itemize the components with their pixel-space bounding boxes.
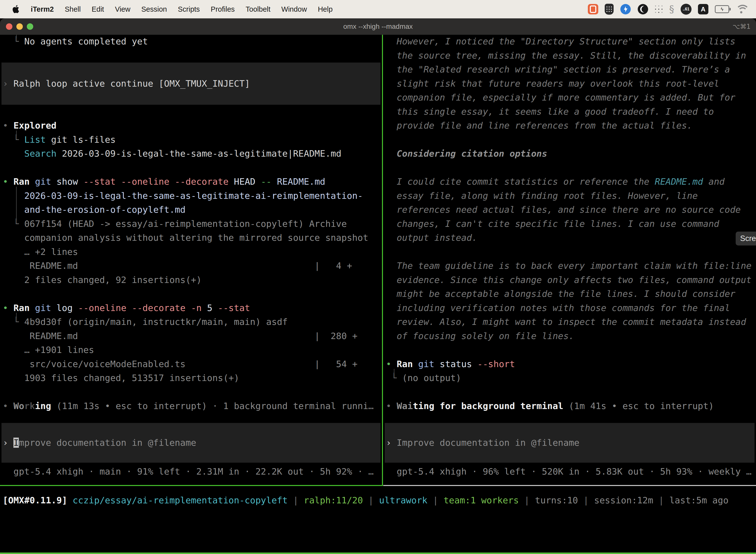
menu-item-edit[interactable]: Edit [91, 5, 104, 13]
text-segment: and [703, 176, 725, 187]
text-segment: including verification notes with those … [386, 303, 730, 313]
squiggle-icon[interactable]: § [669, 3, 674, 15]
terminal-line: └ 4b9d30f (origin/main, instructkr/main,… [3, 315, 382, 329]
battery-icon[interactable]: ϟ [715, 3, 729, 15]
menu-item-iterm2[interactable]: iTerm2 [31, 5, 54, 13]
terminal-line: provide file and line references from th… [386, 119, 756, 133]
menu-item-profiles[interactable]: Profiles [211, 5, 235, 13]
text-segment: No agents completed yet [24, 36, 148, 46]
text-segment: ralph:11/20 [304, 495, 363, 505]
text-segment: README.md [277, 176, 325, 187]
text-segment [3, 205, 24, 215]
screen-recording-indicator-icon[interactable] [588, 3, 598, 15]
text-segment: gpt-5.4 xhigh · 96% left · 520K in · 5.8… [386, 466, 752, 477]
terminal-line: 2026-03-09-is-legal-the-same-as-legitima… [3, 189, 382, 203]
wifi-icon[interactable] [736, 3, 748, 15]
shield-grid-icon[interactable] [605, 3, 614, 15]
text-segment: status [434, 359, 477, 369]
tree-connector [16, 187, 17, 219]
text-segment [29, 303, 35, 313]
text-segment: show [51, 176, 83, 187]
text-segment: might be acceptable alongside the file l… [386, 289, 736, 299]
dots-grid-icon[interactable] [655, 3, 663, 15]
desktop: iTerm2ShellEditViewSessionScriptsProfile… [0, 0, 756, 554]
tree-connector [16, 313, 17, 318]
text-segment: log [51, 303, 78, 313]
text-segment: Improve documentation in @filename [397, 438, 579, 448]
text-segment: output instead. [386, 233, 477, 243]
text-segment [67, 495, 73, 505]
text-segment: 4b9d30f (origin/main, instructkr/main, m… [24, 317, 288, 327]
menu-item-view[interactable]: View [115, 5, 130, 13]
omx-status-bar: [OMX#0.11.9] cczip/essay/ai-reimplementa… [3, 493, 729, 508]
text-segment: • [3, 120, 13, 130]
text-segment: mprove documentation in @filename [19, 438, 196, 448]
iterm-window: omx --xhigh --madmax ⌥⌘1 └ No agents com… [0, 18, 756, 554]
text-segment: Wai [397, 401, 413, 411]
text-segment: cczip/essay/ai-reimplementation-copyleft [73, 495, 288, 505]
ran-git-show-line: • Ran git show --stat --oneline --decora… [3, 175, 382, 189]
menu-item-window[interactable]: Window [281, 5, 307, 13]
text-segment: › [386, 438, 397, 448]
terminal-line: The team guideline is to back every impo… [386, 259, 756, 273]
menu-bar: iTerm2ShellEditViewSessionScriptsProfile… [0, 0, 756, 18]
text-segment: essay file, along with finding root file… [386, 190, 698, 201]
text-segment: 5 [202, 303, 218, 313]
menu-item-shell[interactable]: Shell [65, 5, 81, 13]
left-pane[interactable]: └ No agents completed yet› Ralph loop ac… [0, 35, 382, 487]
text-segment: … +1901 lines [3, 345, 94, 355]
terminal-line: However, I noticed the "Directory Struct… [386, 35, 756, 49]
terminal-line: the "Related research writing" section i… [386, 63, 756, 77]
text-segment: -- [261, 176, 277, 187]
text-segment: • [386, 359, 397, 369]
text-segment: --short [478, 359, 515, 369]
terminal-line: README.md | 280 + [3, 329, 382, 343]
text-segment: (11m 13s • esc to interrupt) · 1 backgro… [51, 401, 374, 411]
title-bar[interactable]: omx --xhigh --madmax ⌥⌘1 [0, 18, 756, 35]
text-segment: ing [35, 401, 51, 411]
text-segment: | [578, 495, 594, 505]
text-segment: › [3, 438, 13, 448]
blue-bolt-badge-icon[interactable] [620, 3, 631, 15]
text-segment: Explored [13, 120, 56, 130]
text-segment: Considering citation options [386, 149, 547, 159]
tree-connector [16, 130, 17, 135]
text-segment: (1m 41s • esc to interrupt) [563, 401, 714, 411]
explored-list-line: └ List git ls-files [3, 133, 382, 147]
dark-crescent-icon[interactable] [637, 3, 648, 15]
text-segment: session:12m [594, 495, 653, 505]
menu-item-session[interactable]: Session [141, 5, 167, 13]
text-segment: └ [391, 373, 402, 383]
prompt-input-line: › Improve documentation in @filename [3, 436, 382, 450]
terminal-line: └ 067f154 (HEAD -> essay/ai-reimplementa… [3, 217, 382, 231]
menu-item-scripts[interactable]: Scripts [178, 5, 200, 13]
text-segment: README.md | 280 + [3, 331, 358, 341]
text-segment: ting for background terminal [413, 401, 563, 411]
text-segment: the source tree, missing the essay. Stil… [386, 50, 746, 61]
menu-item-toolbelt[interactable]: Toolbelt [246, 5, 270, 13]
terminal-line: companion analysis without altering the … [3, 231, 382, 245]
terminal-line: └ (no output) [386, 371, 756, 385]
text-segment: src/voice/voiceModeEnabled.ts | 54 + [3, 359, 358, 369]
menu-item-help[interactable]: Help [318, 5, 333, 13]
terminal-line: output instead. [386, 231, 756, 245]
ran-git-log-line: • Ran git log --oneline --decorate -n 5 … [3, 301, 382, 315]
text-segment: • [386, 401, 397, 411]
text-segment: Ran [13, 303, 29, 313]
text-segment: the "Related research writing" section i… [386, 64, 730, 74]
terminal-line: might be acceptable alongside the file l… [386, 287, 756, 301]
apple-menu-icon[interactable] [12, 4, 21, 14]
text-segment: and-the-erosion-of-copyleft.md [24, 205, 186, 215]
terminal-line: … +1901 lines [3, 343, 382, 357]
text-segment: › [3, 78, 13, 89]
right-pane[interactable]: However, I noticed the "Directory Struct… [383, 35, 756, 487]
text-segment: git [35, 176, 51, 187]
terminal-line: README.md | 4 + [3, 259, 382, 273]
text-segment: changes, I can't cite specific file line… [386, 219, 719, 229]
text-segment: However, I noticed the "Directory Struct… [386, 36, 736, 46]
text-segment: last:5m ago [670, 495, 729, 505]
input-source-icon[interactable]: A [698, 3, 708, 15]
text-segment: 1903 files changed, 513517 insertions(+) [3, 373, 239, 383]
percent-badge-icon[interactable]: ..61 [681, 3, 692, 15]
pane-divider[interactable] [382, 35, 383, 486]
